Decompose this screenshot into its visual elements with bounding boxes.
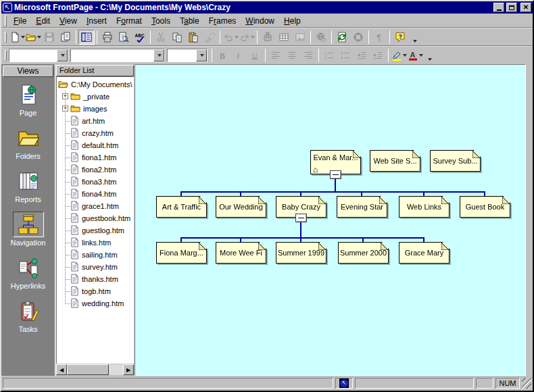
publish-web-button[interactable] bbox=[57, 30, 74, 45]
style-dropdown-button[interactable] bbox=[57, 49, 68, 62]
insert-picture-button[interactable] bbox=[292, 30, 308, 45]
save-button[interactable] bbox=[41, 30, 57, 45]
preview-in-browser-button[interactable] bbox=[116, 30, 132, 45]
tree-file-item[interactable]: links.htm bbox=[70, 237, 111, 249]
scroll-left-button[interactable]: ◀ bbox=[56, 364, 67, 375]
cut-button[interactable] bbox=[153, 30, 169, 45]
nav-node[interactable]: Web Site S... bbox=[370, 150, 420, 172]
increase-indent-button[interactable] bbox=[370, 48, 386, 63]
tree-file-item[interactable]: art.htm bbox=[70, 115, 105, 127]
tree-file-item[interactable]: fiona3.htm bbox=[70, 176, 116, 188]
scrollbar-thumb[interactable] bbox=[67, 364, 109, 375]
font-size-combobox[interactable] bbox=[167, 49, 208, 62]
new-page-dropdown-arrow[interactable] bbox=[21, 36, 25, 39]
redo-dropdown-arrow[interactable] bbox=[251, 36, 255, 39]
undo-button[interactable] bbox=[222, 30, 239, 45]
expand-plus-icon[interactable]: + bbox=[62, 105, 68, 112]
standard-toolbar-grip[interactable] bbox=[5, 32, 7, 43]
nav-node[interactable]: Grace Mary bbox=[399, 242, 450, 264]
new-page-button[interactable] bbox=[9, 30, 25, 45]
numbered-list-button[interactable]: 12 bbox=[321, 48, 337, 63]
menu-item-table[interactable]: Table bbox=[175, 15, 204, 27]
tree-file-item[interactable]: sailing.htm bbox=[70, 249, 118, 261]
tree-file-item[interactable]: wedding.htm bbox=[70, 297, 124, 310]
align-center-button[interactable] bbox=[284, 48, 300, 63]
menu-item-tools[interactable]: Tools bbox=[147, 15, 175, 27]
folder-list-button[interactable] bbox=[78, 30, 95, 45]
nav-node-box[interactable]: Fiona Marg... bbox=[156, 242, 207, 264]
highlight-color-dropdown-arrow[interactable] bbox=[403, 54, 407, 57]
minimize-button[interactable] bbox=[493, 3, 504, 12]
copy-button[interactable] bbox=[169, 30, 185, 45]
nav-node-box[interactable]: More Wee Fi bbox=[216, 242, 266, 264]
tree-file-item[interactable]: fiona4.htm bbox=[70, 188, 116, 200]
view-item-tasks[interactable]: Tasks bbox=[3, 293, 53, 337]
toolbar-options-button[interactable] bbox=[411, 30, 418, 45]
tree-file-item[interactable]: guestbook.htm bbox=[70, 212, 130, 224]
scrollbar-track[interactable] bbox=[67, 364, 123, 375]
view-item-folders[interactable]: Folders bbox=[3, 120, 53, 164]
menu-item-window[interactable]: Window bbox=[241, 15, 279, 27]
scroll-right-button[interactable]: ▶ bbox=[123, 364, 134, 375]
font-size-dropdown-button[interactable] bbox=[196, 49, 207, 62]
align-left-button[interactable] bbox=[268, 48, 284, 63]
tree-root-item[interactable]: C:\My Documents\ bbox=[58, 78, 132, 91]
print-button[interactable] bbox=[99, 30, 116, 45]
nav-node-box[interactable]: Web Site S... bbox=[370, 150, 420, 172]
nav-node-box[interactable]: Grace Mary bbox=[399, 242, 450, 264]
nav-node[interactable]: Web Links bbox=[399, 196, 450, 218]
nav-node-box[interactable]: Our Wedding bbox=[216, 196, 266, 218]
menu-item-file[interactable]: File bbox=[9, 15, 31, 27]
tree-file-item[interactable]: guestlog.htm bbox=[70, 224, 124, 237]
underline-button[interactable]: U bbox=[247, 48, 263, 63]
menu-item-insert[interactable]: Insert bbox=[82, 15, 112, 27]
format-painter-button[interactable] bbox=[201, 30, 218, 45]
menu-item-view[interactable]: View bbox=[55, 15, 82, 27]
view-item-reports[interactable]: Reports bbox=[3, 164, 53, 207]
menu-item-format[interactable]: Format bbox=[112, 15, 147, 27]
tree-file-item[interactable]: grace1.htm bbox=[70, 200, 119, 212]
nav-node-box[interactable]: Evening Star bbox=[337, 196, 387, 218]
nav-node-box[interactable]: Survey Sub... bbox=[430, 150, 481, 172]
nav-node[interactable]: Our Wedding bbox=[216, 196, 266, 218]
redo-button[interactable] bbox=[239, 30, 255, 45]
show-all-button[interactable]: ¶ bbox=[371, 30, 387, 45]
tree-folder-item[interactable]: images bbox=[70, 103, 107, 115]
font-color-dropdown-arrow[interactable] bbox=[419, 54, 423, 57]
stop-button[interactable] bbox=[350, 30, 366, 45]
decrease-indent-button[interactable] bbox=[354, 48, 370, 63]
nav-node-box[interactable]: Summer 1999 bbox=[276, 242, 326, 264]
style-combobox[interactable] bbox=[9, 49, 68, 62]
bold-button[interactable]: B bbox=[214, 48, 230, 63]
tree-file-item[interactable]: thanks.htm bbox=[70, 273, 118, 285]
toolbar-options-button[interactable] bbox=[426, 48, 433, 63]
bulleted-list-button[interactable] bbox=[337, 48, 354, 63]
tree-file-item[interactable]: fiona1.htm bbox=[70, 151, 116, 164]
open-dropdown-arrow[interactable] bbox=[37, 36, 41, 39]
tree-file-item[interactable]: survey.htm bbox=[70, 261, 118, 273]
nav-node[interactable]: Summer 1999 bbox=[276, 242, 326, 264]
nav-node-box[interactable]: Web Links bbox=[399, 196, 450, 218]
formatting-toolbar-grip[interactable] bbox=[5, 50, 7, 61]
insert-component-button[interactable] bbox=[260, 30, 276, 45]
italic-button[interactable]: I bbox=[230, 48, 247, 63]
expand-plus-icon[interactable]: + bbox=[62, 93, 68, 99]
help-button[interactable]: ? bbox=[392, 30, 408, 45]
open-button[interactable] bbox=[25, 30, 41, 45]
font-combobox[interactable] bbox=[70, 49, 165, 62]
menu-item-frames[interactable]: Frames bbox=[204, 15, 241, 27]
close-button[interactable]: ✕ bbox=[520, 3, 531, 12]
hyperlink-button[interactable] bbox=[313, 30, 329, 45]
insert-table-button[interactable] bbox=[276, 30, 292, 45]
highlight-color-button[interactable] bbox=[391, 48, 407, 63]
undo-dropdown-arrow[interactable] bbox=[235, 36, 239, 39]
nav-node-box[interactable]: Guest Book bbox=[460, 196, 510, 218]
maximize-button[interactable] bbox=[506, 3, 517, 12]
resize-grip[interactable] bbox=[522, 378, 531, 389]
tree-file-item[interactable]: fiona2.htm bbox=[70, 164, 116, 176]
view-item-hyperlinks[interactable]: Hyperlinks bbox=[3, 250, 53, 293]
collapse-toggle-button[interactable] bbox=[295, 214, 307, 222]
font-dropdown-button[interactable] bbox=[153, 49, 164, 62]
nav-node[interactable]: Fiona Marg... bbox=[156, 242, 207, 264]
menubar-grip[interactable] bbox=[5, 16, 7, 26]
